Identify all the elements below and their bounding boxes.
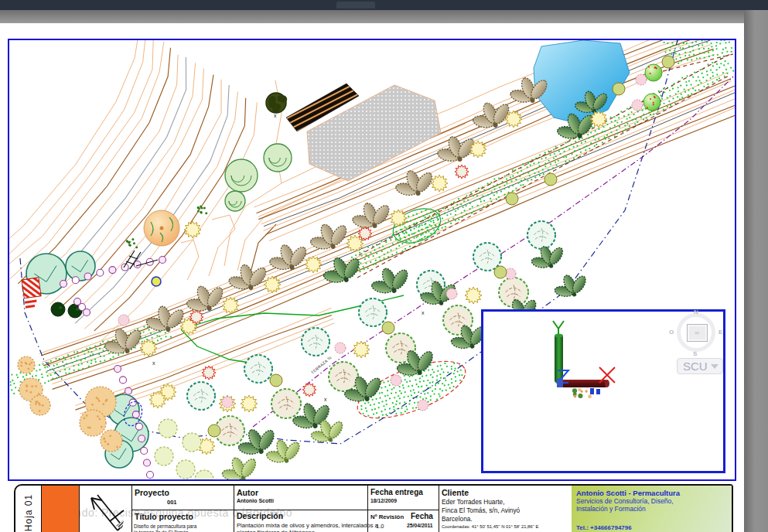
svg-text:x: x <box>274 113 277 118</box>
window-titlebar <box>0 0 768 11</box>
compass-west-label: O <box>669 329 674 336</box>
revision-label: Nº Revisión <box>370 513 404 520</box>
coordenadas-value: Coordenadas: 41° 50' 51,45'' N 01° 58' 2… <box>442 524 538 529</box>
compass-north-label: N <box>694 309 698 315</box>
chevron-down-icon <box>711 364 719 369</box>
svg-text:x: x <box>152 360 155 366</box>
titulo-label: Título proyecto <box>135 512 193 521</box>
svg-text:x: x <box>422 310 425 315</box>
workspace-margin-right <box>744 10 768 532</box>
fecha-label: Fecha <box>411 512 433 520</box>
svg-text:x: x <box>324 397 327 402</box>
fecha-entrega-label: Fecha entrega <box>370 488 423 496</box>
compass-south-label: S <box>693 350 697 357</box>
app-window: xxxxTERRAZA TcTERRAZA Tc N S O E 3D SCU … <box>0 0 768 532</box>
sheet-number-cell: Hoja 01 <box>17 489 40 532</box>
compass-east-label: E <box>719 329 722 336</box>
autor-value: Antonio Scotti <box>237 498 274 503</box>
descripcion-label: Descripción <box>237 511 283 520</box>
north-arrow-canvas <box>82 487 130 532</box>
company-phone: Tel.: +34666794796 <box>576 524 632 531</box>
compass-widget[interactable]: N S O E 3D <box>671 312 722 354</box>
title-block-orange-cell <box>42 486 79 532</box>
revision-value: 1.0 <box>376 523 384 530</box>
scu-label: SCU <box>683 360 708 373</box>
view-cube[interactable]: 3D <box>687 324 708 342</box>
titlebar-tab[interactable] <box>336 2 375 9</box>
scu-dropdown[interactable]: SCU <box>677 358 723 374</box>
company-info-box: Antonio Scotti - Permacultura Servicios … <box>572 486 732 532</box>
fecha-entrega-value: 18/12/2009 <box>370 498 397 503</box>
axes-inset-viewport[interactable]: N S O E 3D SCU <box>481 309 725 473</box>
north-arrow-icon <box>82 487 130 532</box>
cliente-label: Cliente <box>442 488 469 497</box>
company-name: Antonio Scotti - Permacultura <box>576 489 727 497</box>
proyecto-label: Proyecto <box>135 488 169 497</box>
title-block: Hoja 01 Proyecto 001 Título proyecto Dis… <box>14 484 733 532</box>
proyecto-value: 001 <box>167 499 177 506</box>
company-services: Servicios de Consultoría, Diseño, Instal… <box>576 497 692 513</box>
fecha-value: 25/04/2011 <box>407 523 433 528</box>
autor-label: Autor <box>237 488 258 497</box>
workspace-margin <box>0 10 768 23</box>
